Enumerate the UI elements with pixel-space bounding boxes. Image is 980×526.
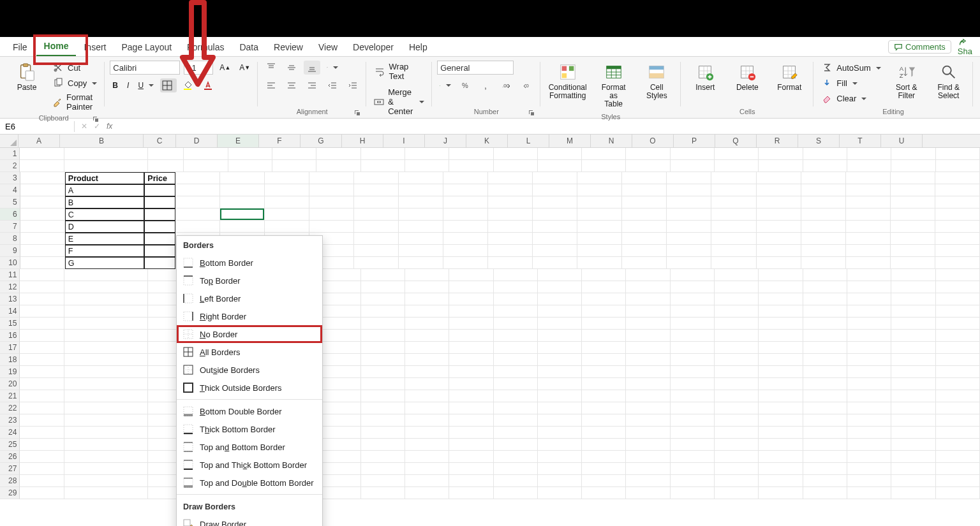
- cell-H22[interactable]: [361, 402, 405, 414]
- cell-Q12[interactable]: [759, 281, 803, 293]
- cell-K17[interactable]: [494, 342, 538, 354]
- bold-button[interactable]: B: [110, 80, 121, 91]
- cell-Q20[interactable]: [759, 378, 803, 390]
- cell-R23[interactable]: [803, 414, 847, 427]
- cell-A20[interactable]: [20, 378, 64, 390]
- cell-O21[interactable]: [671, 390, 715, 402]
- cell-M24[interactable]: [582, 427, 626, 439]
- cell-P18[interactable]: [715, 354, 759, 366]
- align-right-button[interactable]: [304, 78, 320, 92]
- cell-K25[interactable]: [494, 439, 538, 451]
- cell-G6[interactable]: [309, 208, 354, 221]
- cell-G26[interactable]: [316, 451, 360, 463]
- tab-formulas[interactable]: Formulas: [179, 39, 232, 56]
- orientation-button[interactable]: ab: [324, 61, 341, 75]
- cell-H16[interactable]: [361, 330, 405, 342]
- cell-K26[interactable]: [494, 451, 538, 463]
- cell-N19[interactable]: [626, 366, 670, 378]
- cell-N3[interactable]: [622, 172, 667, 184]
- cell-F5[interactable]: [265, 196, 309, 208]
- cell-U7[interactable]: [935, 221, 980, 233]
- cell-K15[interactable]: [494, 318, 538, 330]
- cell-T28[interactable]: [891, 475, 935, 487]
- col-header-L[interactable]: L: [508, 135, 549, 147]
- cell-R9[interactable]: [801, 245, 846, 257]
- cell-A1[interactable]: [20, 148, 64, 160]
- cell-M14[interactable]: [582, 305, 626, 318]
- cell-Q1[interactable]: [759, 148, 803, 160]
- menu-top-bottom-border[interactable]: Top and Bottom Border: [177, 438, 322, 456]
- cell-J22[interactable]: [449, 402, 493, 414]
- cell-S2[interactable]: [847, 160, 891, 172]
- cell-B22[interactable]: [64, 402, 149, 414]
- cell-E2[interactable]: [228, 160, 272, 172]
- cell-Q23[interactable]: [759, 414, 803, 427]
- cell-M20[interactable]: [582, 378, 626, 390]
- cell-I7[interactable]: [399, 221, 443, 233]
- tab-help[interactable]: Help: [401, 39, 435, 56]
- cell-P8[interactable]: [711, 233, 756, 245]
- cell-P29[interactable]: [715, 487, 759, 499]
- cell-J19[interactable]: [449, 366, 493, 378]
- cell-L7[interactable]: [533, 221, 577, 233]
- cell-B21[interactable]: [64, 390, 149, 402]
- font-color-button[interactable]: [201, 78, 218, 92]
- cell-P14[interactable]: [715, 305, 759, 318]
- conditional-formatting-button[interactable]: Conditional Formatting: [546, 61, 590, 103]
- tab-developer[interactable]: Developer: [345, 39, 401, 56]
- cell-J3[interactable]: [443, 172, 488, 184]
- menu-all-borders[interactable]: All Borders: [177, 343, 322, 361]
- cell-U19[interactable]: [936, 366, 980, 378]
- cell-N29[interactable]: [626, 487, 670, 499]
- cell-R11[interactable]: [803, 269, 847, 281]
- cell-U11[interactable]: [936, 269, 980, 281]
- align-top-button[interactable]: [263, 61, 279, 75]
- cell-S27[interactable]: [847, 463, 891, 475]
- cell-C9[interactable]: [144, 245, 175, 257]
- row-header-26[interactable]: 26: [0, 451, 20, 463]
- cell-O10[interactable]: [667, 257, 711, 269]
- cell-S13[interactable]: [847, 293, 891, 305]
- cell-H18[interactable]: [361, 354, 405, 366]
- row-header-21[interactable]: 21: [0, 390, 20, 402]
- cell-T18[interactable]: [891, 354, 935, 366]
- cell-U5[interactable]: [935, 196, 980, 208]
- increase-decimal-button[interactable]: .00: [498, 78, 515, 92]
- cell-P1[interactable]: [715, 148, 759, 160]
- cell-M7[interactable]: [577, 221, 622, 233]
- cell-N25[interactable]: [626, 439, 670, 451]
- cell-R12[interactable]: [803, 281, 847, 293]
- cell-U21[interactable]: [936, 390, 980, 402]
- cell-D4[interactable]: [175, 184, 220, 196]
- cell-K11[interactable]: [494, 269, 538, 281]
- format-as-table-button[interactable]: Format as Table: [593, 61, 634, 112]
- cell-O23[interactable]: [671, 414, 715, 427]
- cell-A16[interactable]: [20, 330, 64, 342]
- cell-L12[interactable]: [538, 281, 582, 293]
- find-select-button[interactable]: Find & Select: [930, 61, 968, 103]
- cell-F7[interactable]: [265, 221, 309, 233]
- menu-top-thick-bottom-border[interactable]: Top and Thick Bottom Border: [177, 456, 322, 474]
- cell-S17[interactable]: [847, 342, 891, 354]
- row-header-25[interactable]: 25: [0, 439, 20, 451]
- cell-Q26[interactable]: [759, 451, 803, 463]
- fx-label[interactable]: fx: [107, 122, 112, 131]
- cell-P16[interactable]: [715, 330, 759, 342]
- cell-R13[interactable]: [803, 293, 847, 305]
- cell-Q24[interactable]: [759, 427, 803, 439]
- cell-H10[interactable]: [354, 257, 399, 269]
- cell-T22[interactable]: [891, 402, 935, 414]
- cell-N26[interactable]: [626, 451, 670, 463]
- cell-K7[interactable]: [488, 221, 533, 233]
- cell-O15[interactable]: [671, 318, 715, 330]
- format-painter-button[interactable]: Format Painter: [50, 91, 100, 113]
- cell-S18[interactable]: [847, 354, 891, 366]
- cell-J26[interactable]: [449, 451, 493, 463]
- tab-view[interactable]: View: [311, 39, 345, 56]
- cell-I28[interactable]: [405, 475, 449, 487]
- decrease-font-button[interactable]: A▼: [237, 62, 253, 73]
- cell-N9[interactable]: [622, 245, 667, 257]
- cell-J6[interactable]: [443, 208, 488, 221]
- cell-I8[interactable]: [399, 233, 443, 245]
- cell-G24[interactable]: [316, 427, 360, 439]
